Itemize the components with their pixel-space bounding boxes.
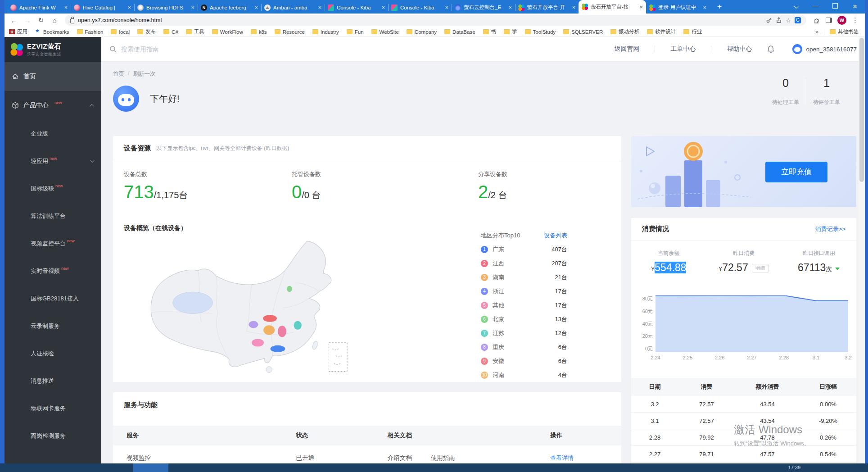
bookmark-item-12[interactable]: WebSite: [371, 29, 399, 35]
bookmark-item-21[interactable]: 行业: [683, 28, 702, 35]
bookmark-item-2[interactable]: Fashion: [77, 29, 104, 35]
sidebar-subitem-8[interactable]: 人证核验: [5, 340, 101, 367]
sidebar-subitem-11[interactable]: 离岗检测服务: [5, 422, 101, 449]
province-region-jiangxi[interactable]: [278, 326, 286, 337]
bookmark-star-icon[interactable]: ☆: [786, 17, 791, 24]
province-region-guangdong[interactable]: [271, 345, 285, 352]
close-icon[interactable]: ×: [845, 0, 865, 14]
page-scrollbar[interactable]: [859, 37, 865, 463]
profile-avatar[interactable]: W: [837, 16, 846, 25]
taskbar-app[interactable]: [133, 463, 168, 472]
province-region-hunan[interactable]: [263, 325, 275, 335]
search-input[interactable]: [121, 45, 265, 53]
translate-icon[interactable]: G: [795, 17, 801, 23]
province-region-zhejiang[interactable]: [294, 321, 302, 330]
extensions-icon[interactable]: [814, 17, 820, 24]
bookmark-item-1[interactable]: Bookmarks: [35, 29, 69, 35]
other-bookmarks[interactable]: 其他书签: [830, 28, 859, 35]
recharge-button[interactable]: 立即充值: [765, 162, 827, 182]
sidebar-item-product-center[interactable]: 产品中心 new: [5, 91, 101, 120]
bookmarks-overflow-icon[interactable]: »: [815, 28, 818, 35]
browser-tab-8[interactable]: 萤石开放平台-开×: [515, 1, 579, 14]
province-region-qinghai[interactable]: [173, 292, 213, 313]
bell-icon[interactable]: [767, 45, 774, 53]
url-text[interactable]: open.ys7.com/console/home.html: [78, 17, 762, 23]
chevron-up-icon[interactable]: [90, 104, 94, 108]
search-icon[interactable]: [109, 45, 117, 53]
consumption-records-link[interactable]: 消费记录>>: [815, 225, 845, 233]
address-bar[interactable]: open.ys7.com/console/home.html ☆ G: [65, 15, 806, 26]
browser-tab-6[interactable]: Console - Kiba×: [388, 1, 452, 14]
doc-link[interactable]: 介绍文档: [388, 454, 412, 462]
province-region-hubei[interactable]: [263, 315, 277, 322]
sidebar-subitem-10[interactable]: 物联网卡服务: [5, 395, 101, 422]
detail-button[interactable]: 明细: [752, 264, 769, 272]
sidebar-subitem-9[interactable]: 消息推送: [5, 367, 101, 395]
tab-close-icon[interactable]: ×: [254, 5, 258, 10]
chevron-down-icon[interactable]: [90, 158, 95, 163]
china-map[interactable]: [131, 234, 374, 377]
browser-tab-3[interactable]: Apache Iceberg×: [198, 1, 261, 14]
tab-close-icon[interactable]: ×: [445, 5, 448, 10]
pending-tickets[interactable]: 0 待处理工单: [765, 77, 806, 106]
browser-tab-1[interactable]: Hive Catalog |×: [71, 1, 134, 14]
link-official-site[interactable]: 返回官网: [599, 45, 655, 53]
browser-tab-0[interactable]: Apache Flink W×: [7, 1, 71, 14]
device-list-link[interactable]: 设备列表: [544, 231, 567, 240]
browser-tab-4[interactable]: Ambari - amba×: [261, 1, 325, 14]
chart-plot[interactable]: [656, 295, 848, 352]
bookmark-item-18[interactable]: SQLSERVER: [563, 29, 603, 35]
back-icon[interactable]: ←: [8, 17, 20, 24]
windows-taskbar[interactable]: 17:39: [0, 463, 868, 472]
minimize-icon[interactable]: —: [805, 0, 825, 14]
tab-close-icon[interactable]: ×: [508, 5, 512, 10]
bookmark-item-6[interactable]: 工具: [186, 28, 204, 35]
tab-close-icon[interactable]: ×: [64, 5, 68, 10]
bookmark-item-20[interactable]: 软件设计: [647, 28, 676, 35]
sidebar-subitem-2[interactable]: 国标级联new: [5, 175, 101, 202]
bookmark-item-13[interactable]: Company: [407, 29, 437, 35]
link-help-center[interactable]: 帮助中心: [711, 45, 767, 53]
bookmark-item-17[interactable]: ToolStudy: [525, 29, 556, 35]
browser-tab-7[interactable]: 萤石云控制台_E×: [452, 1, 515, 14]
side-panel-icon[interactable]: [826, 18, 832, 23]
user-account[interactable]: open_3581616077: [792, 44, 857, 54]
sidebar-subitem-1[interactable]: 轻应用new: [5, 147, 101, 175]
sidebar-subitem-0[interactable]: 企业版: [5, 120, 101, 147]
tab-search-icon[interactable]: [786, 0, 805, 14]
key-icon[interactable]: [766, 17, 772, 23]
tab-close-icon[interactable]: ×: [572, 5, 575, 10]
doc-link[interactable]: 使用指南: [431, 454, 455, 462]
reload-icon[interactable]: ↻: [35, 16, 47, 24]
tab-close-icon[interactable]: ×: [191, 5, 194, 10]
browser-tab-5[interactable]: Console - Kiba×: [325, 1, 388, 14]
tab-close-icon[interactable]: ×: [703, 5, 706, 10]
bookmark-item-3[interactable]: local: [111, 29, 130, 35]
sidebar-item-home[interactable]: 首页: [5, 62, 101, 91]
dropdown-triangle-icon[interactable]: [835, 268, 840, 270]
bookmark-item-5[interactable]: C#: [163, 29, 178, 35]
tab-close-icon[interactable]: ×: [639, 4, 643, 10]
new-tab-button[interactable]: +: [714, 2, 725, 11]
forward-icon[interactable]: →: [22, 17, 33, 24]
review-tickets[interactable]: 1 待评价工单: [806, 77, 847, 106]
breadcrumb-home[interactable]: 首页: [113, 70, 124, 78]
bookmark-item-11[interactable]: Fun: [347, 29, 364, 35]
bookmark-item-7[interactable]: WorkFlow: [212, 29, 243, 35]
link-ticket-center[interactable]: 工单中心: [655, 45, 711, 53]
bookmark-item-0[interactable]: 应用: [9, 28, 27, 35]
bookmark-item-15[interactable]: 书: [483, 28, 497, 35]
province-region-beijing[interactable]: [287, 286, 292, 292]
sidebar-subitem-4[interactable]: 视频监控平台new: [5, 230, 101, 257]
browser-tab-2[interactable]: Browsing HDFS×: [134, 1, 198, 14]
province-region-chongqing[interactable]: [249, 321, 258, 328]
bookmark-item-9[interactable]: Resource: [275, 29, 305, 35]
browser-tab-10[interactable]: 登录-用户认证中×: [646, 1, 710, 14]
view-details-link[interactable]: 查看详情: [550, 454, 621, 462]
bookmark-item-19[interactable]: 振动分析: [610, 28, 639, 35]
home-icon[interactable]: ⌂: [49, 17, 60, 24]
bookmark-item-4[interactable]: 发布: [137, 28, 156, 35]
tab-close-icon[interactable]: ×: [318, 5, 321, 10]
breadcrumb-current[interactable]: 刷新一次: [133, 70, 155, 78]
sidebar-subitem-6[interactable]: 国标GB28181接入: [5, 285, 101, 312]
